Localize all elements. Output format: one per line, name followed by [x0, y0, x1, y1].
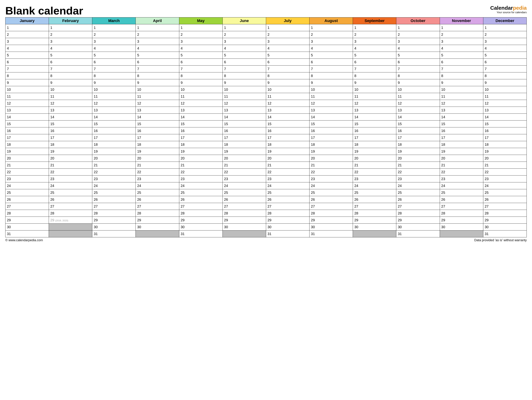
day-cell: 10: [6, 86, 49, 93]
day-cell: 2: [266, 31, 309, 38]
month-header-september: September: [353, 18, 396, 24]
day-cell: 31: [483, 230, 526, 237]
day-cell: 10: [310, 86, 353, 93]
day-cell: 5: [353, 52, 396, 59]
day-cell: 20: [136, 155, 179, 162]
day-row-22: 222222222222222222222222: [6, 169, 527, 176]
day-row-1: 111111111111: [6, 24, 527, 31]
day-cell: 11: [179, 93, 222, 100]
day-cell: 16: [6, 127, 49, 134]
day-cell: 17: [179, 134, 222, 141]
day-cell: 18: [49, 141, 92, 148]
day-cell: 6: [49, 59, 92, 66]
day-cell: 16: [136, 127, 179, 134]
month-header-december: December: [483, 18, 526, 24]
calendar-table: JanuaryFebruaryMarchAprilMayJuneJulyAugu…: [5, 17, 527, 237]
day-cell: 27: [49, 203, 92, 210]
day-cell: 25: [179, 189, 222, 196]
day-cell: 13: [440, 107, 483, 114]
day-cell: 29: [483, 217, 526, 224]
day-cell: 1: [266, 24, 309, 31]
day-cell: 14: [483, 114, 526, 121]
day-cell: 4: [440, 45, 483, 52]
day-cell: 4: [310, 45, 353, 52]
day-cell: 2: [92, 31, 136, 38]
day-cell: 24: [49, 182, 92, 189]
day-cell: 15: [396, 121, 440, 127]
day-cell: 13: [6, 107, 49, 114]
day-cell: 13: [92, 107, 136, 114]
day-cell: 8: [179, 72, 222, 79]
day-row-7: 777777777777: [6, 66, 527, 72]
day-cell: 25: [6, 189, 49, 196]
day-cell: 26: [136, 196, 179, 203]
day-cell: 22: [136, 169, 179, 176]
day-cell: 28: [179, 210, 222, 217]
day-cell: 12: [92, 100, 136, 107]
day-cell: 27: [396, 203, 440, 210]
day-cell: 15: [136, 121, 179, 127]
brand: Calendarpedia Your source for calendars: [490, 5, 527, 13]
day-cell: 9: [483, 79, 526, 86]
day-cell: 10: [440, 86, 483, 93]
day-cell: 5: [440, 52, 483, 59]
day-cell: 2: [353, 31, 396, 38]
day-cell: 21: [222, 162, 266, 169]
day-row-6: 666666666666: [6, 59, 527, 66]
day-cell: 1: [136, 24, 179, 31]
day-cell: 28: [353, 210, 396, 217]
day-cell: 3: [266, 38, 309, 45]
day-cell: 3: [6, 38, 49, 45]
day-cell: 10: [266, 86, 309, 93]
day-cell: 2: [440, 31, 483, 38]
day-cell: 20: [440, 155, 483, 162]
day-cell: 8: [266, 72, 309, 79]
day-cell: 26: [92, 196, 136, 203]
day-cell: 13: [353, 107, 396, 114]
day-cell: 16: [310, 127, 353, 134]
day-cell: 14: [179, 114, 222, 121]
day-cell: 30: [353, 224, 396, 230]
day-cell: 23: [266, 176, 309, 182]
day-cell: 8: [92, 72, 136, 79]
day-cell: 30: [266, 224, 309, 230]
day-cell: 22: [440, 169, 483, 176]
day-cell: 31: [179, 230, 222, 237]
day-cell: 5: [136, 52, 179, 59]
day-cell: 22: [266, 169, 309, 176]
day-cell: 26: [6, 196, 49, 203]
footer-disclaimer: Data provided 'as is' without warranty: [474, 238, 527, 242]
day-row-2: 222222222222: [6, 31, 527, 38]
month-header-october: October: [396, 18, 440, 24]
day-cell: 1: [6, 24, 49, 31]
day-cell: 25: [49, 189, 92, 196]
day-cell: 16: [440, 127, 483, 134]
day-cell: 14: [310, 114, 353, 121]
day-cell: 27: [266, 203, 309, 210]
day-cell: 25: [266, 189, 309, 196]
day-row-23: 232323232323232323232323: [6, 176, 527, 182]
day-cell: 12: [396, 100, 440, 107]
day-row-26: 262626262626262626262626: [6, 196, 527, 203]
day-cell: 24: [483, 182, 526, 189]
day-cell: 18: [6, 141, 49, 148]
month-header-june: June: [222, 18, 266, 24]
day-cell: 25: [136, 189, 179, 196]
day-cell: 24: [353, 182, 396, 189]
day-cell: 2: [222, 31, 266, 38]
day-cell: 19: [440, 148, 483, 155]
day-cell: 6: [6, 59, 49, 66]
day-cell: 12: [49, 100, 92, 107]
day-cell: 2: [483, 31, 526, 38]
day-cell: 4: [92, 45, 136, 52]
day-cell: 31: [266, 230, 309, 237]
day-cell: 6: [353, 59, 396, 66]
day-cell: 5: [222, 52, 266, 59]
day-cell: 7: [266, 66, 309, 72]
day-row-29: 2929 (2016, 2020)29292929292929292929: [6, 217, 527, 224]
page-title: Blank calendar: [5, 5, 83, 16]
day-cell: 20: [92, 155, 136, 162]
day-cell: 15: [353, 121, 396, 127]
day-cell: 17: [396, 134, 440, 141]
day-cell: 27: [136, 203, 179, 210]
